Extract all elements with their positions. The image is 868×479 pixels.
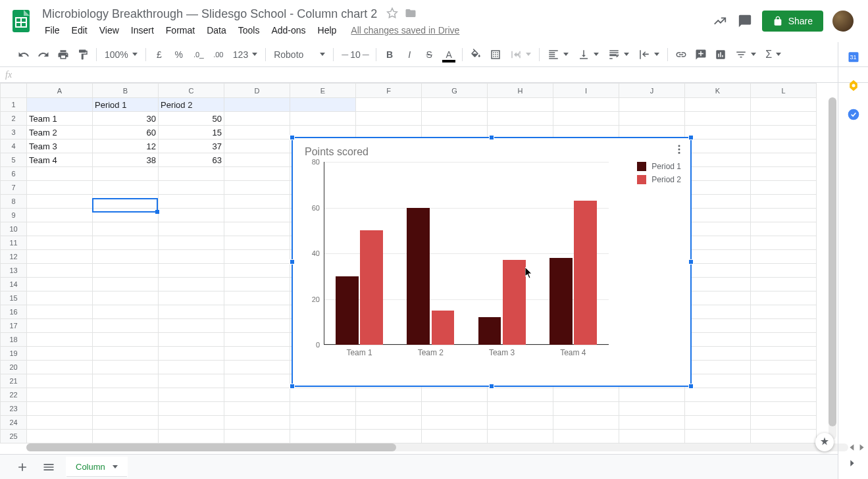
cell[interactable] <box>93 167 159 181</box>
cell[interactable] <box>488 416 553 430</box>
cell[interactable] <box>751 181 817 195</box>
row-header[interactable]: 7 <box>1 181 27 195</box>
currency-button[interactable]: £ <box>150 46 168 63</box>
cell[interactable] <box>290 98 356 112</box>
cell[interactable] <box>27 374 93 388</box>
cell[interactable] <box>159 430 224 443</box>
cell[interactable] <box>751 126 817 139</box>
cell[interactable] <box>685 278 751 291</box>
cell[interactable] <box>685 222 751 236</box>
keep-icon[interactable] <box>847 79 860 92</box>
cell[interactable] <box>159 222 224 236</box>
cell[interactable] <box>751 236 817 250</box>
cell[interactable] <box>356 388 422 402</box>
row-header[interactable]: 25 <box>1 430 27 443</box>
cell[interactable] <box>224 195 290 209</box>
cell[interactable] <box>685 374 751 388</box>
italic-button[interactable]: I <box>400 46 419 63</box>
row-header[interactable]: 11 <box>1 236 27 250</box>
cell[interactable] <box>751 222 817 236</box>
cell[interactable] <box>685 181 751 195</box>
chart-bar[interactable] <box>503 260 526 345</box>
cell[interactable] <box>685 167 751 181</box>
merge-cells-button[interactable] <box>506 49 535 61</box>
column-header[interactable]: L <box>751 84 817 98</box>
cell[interactable] <box>224 305 290 319</box>
cell[interactable] <box>93 416 159 430</box>
cell[interactable] <box>159 250 224 264</box>
cell[interactable] <box>685 153 751 167</box>
row-header[interactable]: 9 <box>1 209 27 222</box>
tasks-icon[interactable] <box>847 108 860 121</box>
cell[interactable] <box>751 167 817 181</box>
row-header[interactable]: 21 <box>1 374 27 388</box>
column-header[interactable]: J <box>619 84 685 98</box>
calendar-icon[interactable]: 31 <box>847 50 860 63</box>
column-header[interactable]: C <box>159 84 224 98</box>
cell[interactable] <box>356 402 422 416</box>
cell[interactable] <box>93 181 159 195</box>
cell[interactable] <box>93 374 159 388</box>
cell[interactable] <box>224 153 290 167</box>
column-header[interactable]: H <box>488 84 553 98</box>
cell[interactable] <box>159 305 224 319</box>
menu-tools[interactable]: Tools <box>233 24 265 37</box>
text-wrap-button[interactable] <box>604 49 633 61</box>
cell[interactable] <box>488 388 553 402</box>
cell[interactable] <box>224 236 290 250</box>
text-rotation-button[interactable] <box>634 49 663 61</box>
cell[interactable] <box>27 250 93 264</box>
cell[interactable] <box>685 361 751 374</box>
cell[interactable] <box>751 264 817 278</box>
cell[interactable]: 63 <box>159 153 224 167</box>
cell[interactable]: Team 1 <box>27 112 93 126</box>
cell[interactable] <box>422 402 488 416</box>
cell[interactable] <box>751 361 817 374</box>
cell[interactable]: Team 2 <box>27 126 93 139</box>
document-title[interactable]: Microbiology Breakthrough — Slidesgo Sch… <box>39 6 380 22</box>
cell[interactable] <box>93 264 159 278</box>
chart-legend[interactable]: Period 1 Period 2 <box>637 162 681 188</box>
row-header[interactable]: 24 <box>1 416 27 430</box>
cell[interactable] <box>27 236 93 250</box>
redo-button[interactable] <box>34 46 53 63</box>
cell[interactable] <box>619 112 685 126</box>
filter-button[interactable] <box>731 49 760 61</box>
row-header[interactable]: 17 <box>1 319 27 333</box>
cell[interactable] <box>685 264 751 278</box>
cell[interactable] <box>553 430 619 443</box>
undo-button[interactable] <box>14 46 33 63</box>
sheet-tab-active[interactable]: Column <box>66 457 128 478</box>
cell[interactable]: Period 1 <box>93 98 159 112</box>
cell[interactable] <box>619 416 685 430</box>
cell[interactable] <box>27 319 93 333</box>
cell[interactable] <box>159 236 224 250</box>
cell[interactable] <box>422 98 488 112</box>
column-header[interactable]: I <box>553 84 619 98</box>
paint-format-button[interactable] <box>74 46 92 63</box>
cell[interactable] <box>93 319 159 333</box>
chart-title[interactable]: Points scored <box>305 146 690 158</box>
cell[interactable] <box>27 430 93 443</box>
menu-file[interactable]: File <box>39 24 65 37</box>
column-header[interactable]: G <box>422 84 488 98</box>
cell[interactable]: 38 <box>93 153 159 167</box>
cell[interactable] <box>685 416 751 430</box>
cell[interactable] <box>93 333 159 347</box>
save-status[interactable]: All changes saved in Drive <box>351 25 459 36</box>
menu-view[interactable]: View <box>94 24 124 37</box>
cell[interactable] <box>27 98 93 112</box>
percent-button[interactable]: % <box>170 46 188 63</box>
chart-bar[interactable] <box>574 201 597 345</box>
activity-icon[interactable] <box>712 13 728 29</box>
cell[interactable] <box>685 305 751 319</box>
row-header[interactable]: 18 <box>1 333 27 347</box>
cell[interactable] <box>685 236 751 250</box>
cell[interactable] <box>751 416 817 430</box>
formula-bar[interactable]: fx <box>0 67 868 83</box>
row-header[interactable]: 15 <box>1 291 27 305</box>
cell[interactable] <box>27 347 93 361</box>
insert-chart-button[interactable] <box>711 46 730 63</box>
cell[interactable]: 15 <box>159 126 224 139</box>
cell[interactable] <box>685 388 751 402</box>
